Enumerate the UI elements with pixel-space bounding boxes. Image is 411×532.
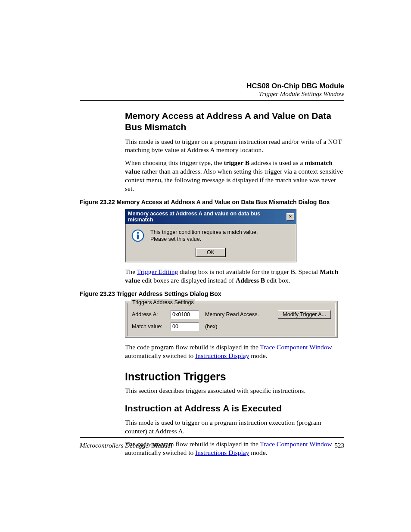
text: address is used as a — [249, 159, 305, 166]
header-title: HCS08 On-Chip DBG Module — [80, 82, 344, 90]
footer-page-number: 523 — [335, 442, 345, 449]
ok-button[interactable]: OK — [196, 248, 225, 257]
paragraph: The Trigger Editing dialog box is not av… — [125, 268, 344, 285]
header-rule — [80, 100, 344, 101]
figure-caption: Figure 23.22 Memory Access at Address A … — [80, 199, 344, 205]
header-subtitle: Trigger Module Settings Window — [80, 90, 344, 98]
dialog-trigger-address-settings: Triggers Address Settings Address A: Mem… — [125, 301, 338, 338]
label-hex: (hex) — [205, 324, 217, 330]
svg-point-1 — [137, 232, 139, 234]
text: When choosing this trigger type, the — [125, 159, 224, 166]
dialog-line2: Please set this value. — [150, 236, 258, 243]
text: The code program flow rebuild is display… — [125, 343, 260, 351]
page-footer: Microcontrollers Debugger Manual 523 — [80, 437, 344, 449]
bold-text: Address B — [236, 277, 265, 284]
text: edit box. — [265, 277, 290, 284]
link-trace-component-window[interactable]: Trace Component Window — [260, 343, 332, 351]
info-icon — [131, 229, 144, 242]
link-trigger-editing[interactable]: Trigger Editing — [137, 268, 178, 275]
text: automatically switched to — [125, 352, 195, 359]
paragraph: This mode is used to trigger on a progra… — [125, 418, 344, 436]
label-match-value: Match value: — [132, 324, 167, 330]
groupbox-legend: Triggers Address Settings — [131, 299, 195, 305]
paragraph: When choosing this trigger type, the tri… — [125, 159, 344, 193]
text: The — [125, 268, 137, 275]
label-memory-access: Memory Read Access. — [205, 311, 259, 317]
text: mode. — [249, 352, 267, 359]
text: rather than an address. Also when settin… — [125, 168, 343, 192]
link-instructions-display[interactable]: Instructions Display — [195, 352, 249, 359]
bold-text: trigger B — [224, 159, 249, 166]
paragraph: The code program flow rebuild is display… — [125, 343, 344, 360]
label-address-a: Address A: — [132, 311, 167, 317]
footer-rule — [80, 437, 344, 438]
text: mode. — [249, 449, 267, 456]
modify-trigger-a-button[interactable]: Modify Trigger A... — [278, 310, 331, 319]
figure-caption: Figure 23.23 Trigger Address Settings Di… — [80, 290, 344, 297]
dialog-mismatch-message: Memory access at Address A and value on … — [125, 209, 296, 262]
dialog-titlebar: Memory access at Address A and value on … — [125, 209, 296, 224]
paragraph: This section describes triggers associat… — [125, 386, 344, 395]
section-heading-instruction-executed: Instruction at Address A is Executed — [125, 403, 344, 414]
input-address-a[interactable] — [171, 310, 199, 319]
section-heading-instruction-triggers: Instruction Triggers — [125, 370, 344, 383]
dialog-message: This trigger condition requires a match … — [150, 229, 258, 243]
close-icon[interactable]: × — [286, 213, 294, 221]
text: automatically switched to — [125, 449, 195, 456]
text: dialog box is not available for the trig… — [178, 268, 320, 275]
section-heading-memory-mismatch: Memory Access at Address A and Value on … — [125, 110, 344, 133]
footer-manual-name: Microcontrollers Debugger Manual — [80, 442, 173, 449]
paragraph: This mode is used to trigger on a progra… — [125, 137, 344, 155]
input-match-value[interactable] — [171, 322, 199, 331]
page-header: HCS08 On-Chip DBG Module Trigger Module … — [80, 82, 344, 98]
dialog-line1: This trigger condition requires a match … — [150, 229, 258, 236]
dialog-title-text: Memory access at Address A and value on … — [128, 211, 286, 223]
svg-rect-2 — [137, 235, 139, 240]
text: edit boxes are displayed instead of — [140, 277, 236, 284]
link-instructions-display[interactable]: Instructions Display — [195, 449, 249, 456]
